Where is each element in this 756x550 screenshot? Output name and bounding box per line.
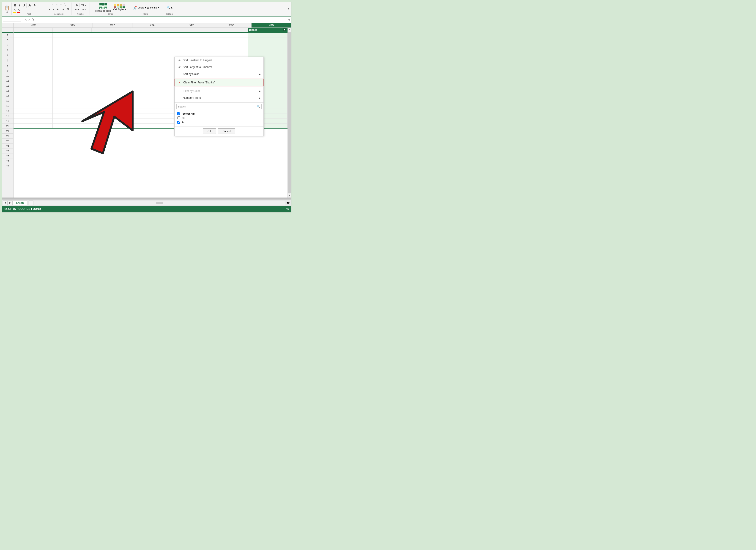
align-bottom-center-button[interactable]: ≡ <box>52 7 55 11</box>
cell-styles-label: Cell Styles ▾ <box>113 8 126 11</box>
cell-xfb-2[interactable] <box>170 33 209 38</box>
cell-xfa-header[interactable] <box>131 28 170 32</box>
bold-button[interactable]: B <box>13 3 17 8</box>
collapse-ribbon-button[interactable]: ∧ <box>288 3 291 15</box>
font-grow-button[interactable]: A <box>27 3 32 8</box>
filter-checkbox-24[interactable] <box>177 121 180 124</box>
h-scroll-left-icon[interactable]: ◀ <box>286 201 288 204</box>
formula-input[interactable] <box>35 18 288 22</box>
menu-separator-3 <box>175 102 263 102</box>
filter-item-23[interactable]: 23 <box>176 116 262 120</box>
data-row-5 <box>14 48 288 53</box>
ribbon: 📋 rd B I U A <box>2 2 291 16</box>
cell-xex-header[interactable] <box>14 28 53 32</box>
scroll-up-button[interactable]: ▲ <box>288 28 291 31</box>
horizontal-scrollbar[interactable] <box>34 201 285 205</box>
cell-xez-2[interactable] <box>92 33 131 38</box>
col-header-xey[interactable]: XEY <box>53 23 93 27</box>
scroll-thumb[interactable] <box>288 32 291 193</box>
sheet-nav-left-button[interactable]: ◀ <box>3 200 8 205</box>
cell-xfd-header[interactable]: Blanks ▼ <box>248 28 288 32</box>
sort-asc-icon: ↑A <box>177 59 181 62</box>
decimal-decrease-button[interactable]: ←.0 <box>74 8 80 11</box>
sort-smallest-to-largest-item[interactable]: ↑A Sort Smallest to Largest <box>175 57 263 64</box>
cell-xfc-header[interactable] <box>209 28 248 32</box>
number-label: Number <box>77 13 84 15</box>
font-label: Font <box>27 13 31 15</box>
row-number-12: 12 <box>2 83 13 88</box>
fx-icon[interactable]: fx <box>32 18 34 22</box>
vertical-scrollbar[interactable]: ▲ ▼ <box>288 28 291 197</box>
wrap-text-button[interactable]: ⤵ <box>63 3 67 7</box>
col-header-xfa[interactable]: XFA <box>132 23 172 27</box>
percent-button[interactable]: % <box>80 3 85 7</box>
sort-by-color-item[interactable]: Sort by Color ▶ <box>175 71 263 77</box>
align-top-center-button[interactable]: ≡ <box>55 3 58 7</box>
italic-button[interactable]: I <box>18 3 21 8</box>
cell-xez-header[interactable] <box>92 28 131 32</box>
add-sheet-button[interactable]: + <box>29 200 33 205</box>
menu-separator-2 <box>175 87 263 87</box>
format-as-table-button[interactable]: Format as Table <box>95 3 112 12</box>
indent-increase-button[interactable]: ⇥ <box>61 7 65 11</box>
confirm-icon[interactable]: ✓ <box>28 18 31 22</box>
clear-filter-item[interactable]: ✕ Clear Filter From "Blanks" <box>175 79 263 86</box>
find-select-button[interactable]: 🔍 & <box>167 6 173 9</box>
h-scroll-right-icon[interactable]: ▶ <box>288 201 290 204</box>
align-bottom-left-button[interactable]: ≡ <box>48 7 51 11</box>
col-header-xez[interactable]: XEZ <box>93 23 132 27</box>
dollar-button[interactable]: $ <box>75 3 79 7</box>
scroll-down-button[interactable]: ▼ <box>288 194 291 197</box>
select-all-item[interactable]: (Select All) <box>176 111 262 116</box>
align-top-left-button[interactable]: ≡ <box>51 3 54 7</box>
underline-button[interactable]: U <box>22 3 26 8</box>
cell-xfb-header[interactable] <box>170 28 209 32</box>
align-top-right-button[interactable]: ≡ <box>59 3 63 7</box>
row-number-22: 22 <box>2 134 13 139</box>
search-input[interactable] <box>178 105 256 108</box>
sort-desc-icon: ↓Z <box>177 66 181 68</box>
decimal-increase-button[interactable]: .00→ <box>80 8 88 11</box>
row-number-header <box>2 23 14 27</box>
cell-xfc-2[interactable] <box>209 33 248 38</box>
comma-icon: , <box>85 3 86 6</box>
row-number-15: 15 <box>2 98 13 103</box>
formula-expand-button[interactable]: ∨ <box>288 18 290 22</box>
cancel-button[interactable]: Cancel <box>218 128 235 134</box>
font-shrink-button[interactable]: A <box>33 3 37 8</box>
cancel-icon[interactable]: ✕ <box>24 18 27 22</box>
filter-item-24[interactable]: 24 <box>176 120 262 124</box>
cell-xey-2[interactable] <box>53 33 92 38</box>
row-number-11: 11 <box>2 78 13 83</box>
sheet1-tab[interactable]: Sheet1 <box>13 200 27 205</box>
col-header-xfc[interactable]: XFC <box>212 23 252 27</box>
cells-label: Cells <box>143 13 148 15</box>
formula-icons: ✕ ✓ fx <box>24 18 34 22</box>
col-header-xex[interactable]: XEX <box>14 23 53 27</box>
sheet-nav-right-button[interactable]: ▶ <box>8 200 13 205</box>
filter-checkbox-23[interactable] <box>177 116 180 119</box>
col-header-xfb[interactable]: XFB <box>172 23 212 27</box>
sort-largest-to-smallest-item[interactable]: ↓Z Sort Largest to Smallest <box>175 64 263 71</box>
ok-button[interactable]: OK <box>203 128 216 134</box>
cell-xey-header[interactable] <box>53 28 92 32</box>
col-header-xfd[interactable]: XFD <box>252 23 291 27</box>
merge-center-button[interactable]: ⊞ <box>66 7 70 11</box>
h-scroll-thumb[interactable] <box>156 202 163 204</box>
filter-color-arrow: ▶ <box>259 90 261 92</box>
filter-dropdown-icon[interactable]: ▼ <box>283 28 286 31</box>
filter-by-color-item[interactable]: Filter by Color ▶ <box>175 87 263 94</box>
row-number-28: 28 <box>2 164 13 169</box>
cell-xfd-2[interactable] <box>248 33 288 38</box>
row-number-23: 23 <box>2 139 13 144</box>
number-filters-item[interactable]: Number Filters ▶ <box>175 94 263 101</box>
status-bar: 14 OF 15 RECORDS FOUND % <box>2 206 291 212</box>
name-box[interactable] <box>3 18 21 22</box>
cell-xfa-2[interactable] <box>131 33 170 38</box>
indent-decrease-button[interactable]: ⇤ <box>56 7 60 11</box>
format-icon: ⊞ <box>147 6 150 9</box>
select-all-checkbox[interactable] <box>177 112 180 115</box>
cell-xex-2[interactable] <box>14 33 53 38</box>
filter-dropdown-menu: ↑A Sort Smallest to Largest ↓Z Sort Larg… <box>174 57 264 136</box>
cell-styles-button[interactable]: Cell Styles ▾ <box>113 4 126 11</box>
